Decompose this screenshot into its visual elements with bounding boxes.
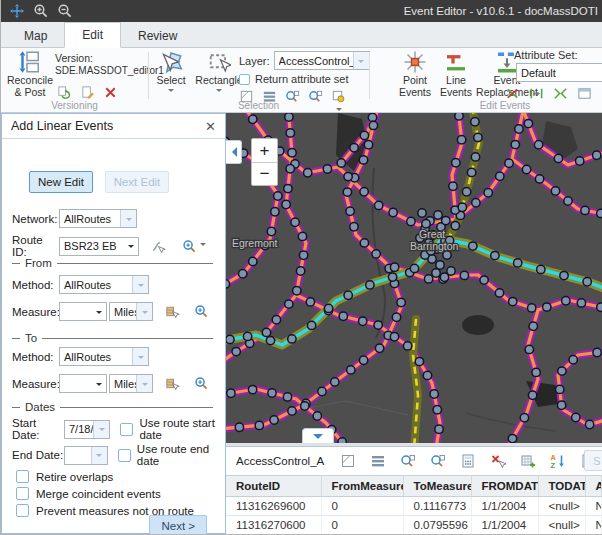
table-sort-icon[interactable]: [550, 453, 566, 469]
table-clear-selection-icon[interactable]: [490, 453, 506, 469]
pick-route-on-map-icon[interactable]: [151, 239, 166, 254]
pick-from-measure-icon[interactable]: [165, 304, 180, 319]
edit-events-tools: [505, 86, 602, 101]
to-units-combobox[interactable]: Miles: [109, 374, 153, 393]
route-id-combobox[interactable]: BSR23 EB: [59, 237, 139, 256]
refresh-version-icon[interactable]: [57, 85, 72, 100]
layer-combobox[interactable]: AccessControl_A: [274, 51, 370, 70]
cell-frommeasure[interactable]: 0: [321, 497, 403, 516]
table-calculate-icon[interactable]: [460, 453, 476, 469]
cell-routeid[interactable]: 11316269600: [226, 497, 321, 516]
zoom-out-tool-icon[interactable]: [57, 3, 73, 19]
cell-fromdate[interactable]: 1/1/2004: [471, 516, 538, 535]
cell-ac[interactable]: N: [585, 497, 602, 516]
split-event-icon[interactable]: [529, 86, 544, 101]
network-combo-arrow[interactable]: [120, 210, 136, 227]
close-panel-icon[interactable]: ✕: [205, 120, 216, 133]
cell-frommeasure[interactable]: 0: [321, 516, 403, 535]
col-fromdate[interactable]: FROMDATE: [471, 476, 538, 497]
table-polygon-select-icon[interactable]: [340, 453, 356, 469]
zoom-in-button[interactable]: +: [252, 139, 277, 162]
merge-coincident-checkbox[interactable]: [16, 487, 29, 500]
col-ac[interactable]: AC: [585, 476, 602, 497]
to-measure-combobox[interactable]: [59, 374, 107, 393]
new-edit-button[interactable]: New Edit: [29, 171, 93, 193]
cell-todate[interactable]: <null>: [538, 497, 585, 516]
cell-fromdate[interactable]: 1/1/2004: [471, 497, 538, 516]
cell-ac[interactable]: N: [585, 516, 602, 535]
point-events-button[interactable]: Point Events: [395, 50, 435, 99]
map-canvas[interactable]: Egremont Great Barrington + −: [226, 113, 602, 443]
cell-todate[interactable]: <null>: [538, 516, 585, 535]
start-date-combobox[interactable]: 7/18/: [64, 420, 110, 439]
rectangle-button[interactable]: Rectangle: [195, 50, 243, 95]
prevent-measures-checkbox[interactable]: [16, 504, 29, 517]
end-date-combobox[interactable]: [64, 446, 108, 465]
cut-event-icon[interactable]: [505, 86, 520, 101]
cell-tomeasure[interactable]: 0.0795596: [403, 516, 471, 535]
tab-edit[interactable]: Edit: [64, 22, 121, 48]
new-version-icon[interactable]: [80, 85, 95, 100]
table-rows-icon[interactable]: [370, 453, 386, 469]
layer-combo-arrow[interactable]: [353, 52, 369, 69]
zoom-out-button[interactable]: −: [252, 162, 277, 185]
use-route-end-checkbox[interactable]: [118, 449, 131, 462]
collapse-table-button[interactable]: [302, 428, 334, 443]
attribute-set-label: Attribute Set:: [514, 49, 578, 61]
delete-version-icon[interactable]: [103, 85, 118, 100]
pick-to-measure-icon[interactable]: [165, 376, 180, 391]
from-measure-combo-arrow[interactable]: [92, 307, 106, 317]
merge-event-icon[interactable]: [553, 86, 568, 101]
zoom-in-tool-icon[interactable]: [33, 3, 49, 19]
select-button[interactable]: Select: [151, 50, 191, 95]
zoom-options-caret[interactable]: [200, 243, 206, 249]
select-dropdown-caret: [168, 89, 174, 95]
col-todate[interactable]: TODATE: [538, 476, 585, 497]
app-window: Event Editor - v10.6.1 - docMassDOTI Map…: [0, 0, 602, 535]
from-method-combobox[interactable]: AllRoutes: [59, 275, 149, 294]
to-measure-combo-arrow[interactable]: [92, 379, 106, 389]
start-date-combo-arrow[interactable]: [93, 421, 109, 438]
return-attribute-checkbox[interactable]: [239, 74, 250, 85]
to-method-combobox[interactable]: AllRoutes: [59, 347, 149, 366]
from-method-combo-arrow[interactable]: [132, 276, 148, 293]
to-method-combo-arrow[interactable]: [132, 348, 148, 365]
event-window-icon[interactable]: [577, 86, 592, 101]
reconcile-post-button[interactable]: Reconcile & Post: [5, 50, 55, 99]
collapse-panel-button[interactable]: [226, 140, 242, 164]
table-row[interactable]: 11316270600 0 0.0795596 1/1/2004 <null> …: [226, 516, 602, 535]
network-combobox[interactable]: AllRoutes: [59, 209, 137, 228]
end-date-combo-arrow[interactable]: [91, 447, 107, 464]
to-units-combo-arrow[interactable]: [136, 375, 152, 392]
cell-tomeasure[interactable]: 0.1116773: [403, 497, 471, 516]
retire-overlaps-checkbox[interactable]: [16, 470, 29, 483]
use-route-start-checkbox[interactable]: [120, 423, 133, 436]
rectangle-select-icon: [207, 50, 231, 74]
attribute-set-combobox[interactable]: Default: [516, 63, 602, 82]
from-measure-combobox[interactable]: [59, 302, 107, 321]
table-pan-selection-icon[interactable]: [430, 453, 446, 469]
line-events-button[interactable]: Line Events: [437, 50, 475, 99]
next-button[interactable]: Next >: [149, 515, 207, 535]
pan-icon[interactable]: [9, 3, 25, 19]
table-save-button[interactable]: S: [584, 450, 602, 471]
from-method-label: Method:: [12, 279, 59, 291]
start-date-label: Start Date:: [12, 417, 64, 441]
table-add-record-icon[interactable]: [520, 453, 536, 469]
tab-review[interactable]: Review: [121, 24, 194, 48]
table-zoom-selection-icon[interactable]: [400, 453, 416, 469]
ribbon-tabs: Map Edit Review: [1, 22, 602, 48]
col-routeid[interactable]: RouteID: [226, 476, 321, 497]
route-id-combo-arrow[interactable]: [124, 241, 138, 251]
col-tomeasure[interactable]: ToMeasure: [403, 476, 471, 497]
cell-routeid[interactable]: 11316270600: [226, 516, 321, 535]
tab-map[interactable]: Map: [7, 24, 64, 48]
from-units-combo-arrow[interactable]: [136, 303, 152, 320]
zoom-to-from-measure-icon[interactable]: [194, 304, 209, 319]
table-row[interactable]: 11316269600 0 0.1116773 1/1/2004 <null> …: [226, 497, 602, 516]
zoom-to-to-measure-icon[interactable]: [194, 376, 209, 391]
next-edit-button[interactable]: Next Edit: [105, 171, 169, 193]
zoom-to-route-icon[interactable]: [182, 239, 197, 254]
from-units-combobox[interactable]: Miles: [109, 302, 153, 321]
col-frommeasure[interactable]: FromMeasure: [321, 476, 403, 497]
